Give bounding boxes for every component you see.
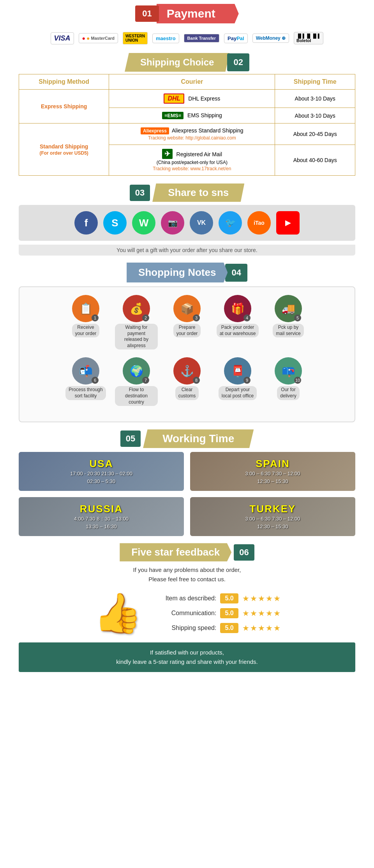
step-1-icon: 📋 1 [72, 295, 99, 322]
twitter-icon[interactable]: 🐦 [219, 211, 242, 235]
step-2-label: Waiting for paymentreleased by alixpress [115, 324, 158, 349]
rating-row-3: Shipping speed: 5.0 ★ ★ ★ ★ ★ [154, 623, 280, 633]
vk-icon[interactable]: VK [190, 211, 213, 235]
sns-num: 03 [130, 185, 150, 201]
ali-name: Aliexpress Standard Shipping [172, 127, 243, 134]
sns-section-header: 03 Share to sns [0, 183, 374, 202]
table-row: Standard Shipping(For order over USD5) A… [19, 123, 355, 145]
step-5-icon: 🚚 5 [275, 295, 302, 322]
dhl-courier-cell: DHL DHL Express [109, 90, 275, 108]
step-8-label: Clearcustoms [175, 386, 199, 400]
ali-time-cell: About 20-45 Days [275, 123, 355, 145]
working-grid: USA 17:00 - 20:30 21:30 – 02:0002:30 – 5… [19, 452, 355, 536]
step-6-icon: 📬 6 [72, 357, 99, 385]
shipping-num: 02 [227, 53, 249, 71]
payment-num: 01 [135, 5, 159, 22]
rating-label-1: Item as described: [154, 595, 216, 602]
webmoney-icon: WebMoney ⊕ [252, 34, 289, 43]
whatsapp-icon[interactable]: W [132, 211, 155, 235]
ratings-block: Item as described: 5.0 ★ ★ ★ ★ ★ Communi… [154, 593, 280, 633]
step-9-label: Depart yourlocal post office [219, 386, 257, 400]
step-8-icon: ⚓ 8 [173, 357, 201, 385]
ali-tracking: Tracking website: http://global.cainiao.… [148, 135, 236, 141]
itao-icon[interactable]: iTao [247, 211, 271, 235]
notes-row-2: 📬 6 Process throughsort facility 🌍 7 Flo… [27, 357, 347, 406]
feedback-footer: If satisfied with our products, kindly l… [19, 642, 355, 672]
feedback-title: Five star feedback [120, 543, 231, 561]
turkey-content: TURKEY 3:00 – 6:30 7:30 – 12:0012:30 – 1… [245, 503, 300, 530]
thumbs-up-icon: 👍 [94, 590, 142, 636]
maestro-icon: maestro [152, 34, 179, 43]
visa-icon: VISA [51, 32, 74, 44]
post-time-cell: About 40-60 Days [275, 145, 355, 176]
stars-3: ★ ★ ★ ★ ★ [242, 623, 280, 633]
step-4-icon: 🎁 4 [224, 295, 251, 322]
payment-title: Payment [157, 4, 239, 23]
payment-section-header: 01 Payment [0, 4, 374, 23]
boletol-icon: ▐▌▌▐▌▐▌▌Boletol [294, 32, 323, 44]
table-row: Express Shipping DHL DHL Express About 3… [19, 90, 355, 108]
turkey-times: 3:00 – 6:30 7:30 – 12:0012:30 – 15:30 [245, 515, 300, 530]
rating-label-3: Shipping speed: [154, 625, 216, 632]
post-logo: ✈ [162, 149, 173, 159]
step-2: 💰 2 Waiting for paymentreleased by alixp… [115, 295, 158, 349]
rating-score-1: 5.0 [220, 593, 238, 603]
ems-name: EMS Shipping [187, 112, 222, 118]
paypal-icon: PayPal [224, 34, 248, 43]
aliexpress-logo: Aliexpress [141, 127, 169, 134]
russia-card: RUSSIA 4:00-7:30 8：30 – 13:0013:30 – 16:… [19, 497, 184, 536]
dhl-name: DHL Express [188, 95, 220, 102]
spain-content: SPAIN 3:00 – 6:30 7:30 – 12:0012:30 – 15… [245, 458, 300, 485]
ems-time-cell: About 3-10 Days [275, 108, 355, 123]
spain-name: SPAIN [245, 458, 300, 470]
ali-courier-cell: Aliexpress Aliexpress Standard Shipping … [109, 123, 275, 145]
step-8: ⚓ 8 Clearcustoms [166, 357, 208, 406]
feedback-section-header: Five star feedback 06 [0, 543, 374, 561]
step-3-icon: 📦 3 [173, 295, 201, 322]
post-courier-cell: ✈ Registered Air Mail(China post/epacket… [109, 145, 275, 176]
russia-content: RUSSIA 4:00-7:30 8：30 – 13:0013:30 – 16:… [74, 503, 129, 530]
step-10-label: Our fordelivery [277, 386, 299, 400]
shipping-title: Shipping Choice [125, 53, 229, 72]
sns-gift-text: You will get a gift with your order afte… [19, 245, 355, 256]
working-time-header: 05 Working Time [0, 429, 374, 448]
step-7: 🌍 7 Flow to destinationcountry [115, 357, 158, 406]
feedback-num: 06 [234, 544, 254, 561]
working-title: Working Time [143, 429, 254, 448]
usa-card: USA 17:00 - 20:30 21:30 – 02:0002:30 – 5… [19, 452, 184, 491]
col-header-courier: Courier [109, 74, 275, 90]
ems-courier-cell: ≡EMS≡ EMS Shipping [109, 108, 275, 123]
notes-row-1: 📋 1 Receiveyour order 💰 2 Waiting for pa… [27, 295, 347, 349]
russia-name: RUSSIA [74, 503, 129, 515]
ems-logo: ≡EMS≡ [162, 112, 183, 119]
westernunion-icon: WESTERNUNION [123, 32, 148, 44]
step-4: 🎁 4 Pack your orderat our warehouse [216, 295, 259, 349]
step-7-label: Flow to destinationcountry [115, 386, 158, 406]
rating-label-2: Communication: [154, 610, 216, 617]
stars-1: ★ ★ ★ ★ ★ [242, 594, 280, 603]
sns-title: Share to sns [152, 183, 244, 202]
rating-row-1: Item as described: 5.0 ★ ★ ★ ★ ★ [154, 593, 280, 603]
facebook-icon[interactable]: f [74, 211, 98, 235]
shipping-section-header: Shipping Choice 02 [0, 53, 374, 72]
step-3-label: Prepareyour order [173, 324, 201, 337]
post-tracking: Tracking website: www.17track.net/en [153, 166, 231, 171]
step-10-icon: 📪 10 [275, 357, 302, 385]
turkey-name: TURKEY [245, 503, 300, 515]
instagram-icon[interactable]: 📷 [161, 211, 184, 235]
skype-icon[interactable]: S [103, 211, 127, 235]
spain-card: SPAIN 3:00 – 6:30 7:30 – 12:0012:30 – 15… [190, 452, 355, 491]
rating-score-3: 5.0 [220, 623, 238, 633]
turkey-card: TURKEY 3:00 – 6:30 7:30 – 12:0012:30 – 1… [190, 497, 355, 536]
working-num: 05 [120, 430, 141, 447]
rating-score-2: 5.0 [220, 608, 238, 618]
bank-transfer-icon: Bank Transfer [184, 34, 219, 42]
usa-times: 17:00 - 20:30 21:30 – 02:0002:30 – 5:30 [70, 470, 132, 485]
step-9: 📮 9 Depart yourlocal post office [216, 357, 259, 406]
step-6: 📬 6 Process throughsort facility [64, 357, 107, 406]
shopping-notes-header: Shopping Notes 04 [0, 263, 374, 282]
step-5: 🚚 5 Pck up bymail service [267, 295, 310, 349]
step-7-icon: 🌍 7 [123, 357, 150, 385]
russia-times: 4:00-7:30 8：30 – 13:0013:30 – 16:30 [74, 515, 129, 530]
youtube-icon[interactable]: ▶ [276, 211, 300, 235]
